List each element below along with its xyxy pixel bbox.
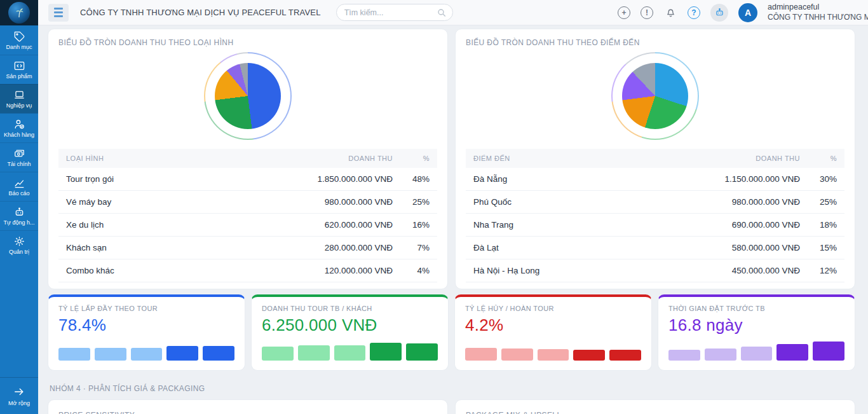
sidebar-item-quan-tri[interactable]: Quản trị [0,230,38,259]
table-cell: 30% [808,168,844,191]
sidebar-expand-button[interactable]: Mở rộng [0,377,38,414]
kpi-bar [538,349,569,361]
table-header-row: ĐIỂM ĐẾN DOANH THU % [466,149,844,168]
kpi-title: THỜI GIAN ĐẶT TRƯỚC TB [668,305,844,312]
kpi-card-avg-revenue-per-guest: DOANH THU TOUR TB / KHÁCH 6.250.000 VNĐ [251,294,449,371]
table-cell: 25% [808,191,844,214]
table-cell: Phú Quốc [466,191,628,214]
table-cell: 280.000.000 VNĐ [200,237,401,259]
table-row: Hà Nội - Hạ Long450.000.000 VNĐ12% [466,259,844,282]
sidebar-item-san-pham[interactable]: Sản phẩm [0,55,38,84]
column-header: DOANH THU [628,149,808,168]
table-cell: 450.000.000 VNĐ [628,259,808,282]
pie-card-revenue-by-type: BIỂU ĐỒ TRÒN DOANH THU THEO LOẠI HÌNH LO… [48,29,448,289]
code-icon [13,60,25,72]
user-name: adminpeaceful [768,3,868,13]
kpi-bar [668,350,700,361]
user-avatar[interactable]: A [738,3,757,22]
sidebar-label: Tài chính [7,161,31,167]
table-cell: 18% [808,214,844,237]
table-cell: 16% [400,214,437,237]
kpi-card-avg-lead-time: THỜI GIAN ĐẶT TRƯỚC TB 16.8 ngày [658,294,855,371]
exclamation-circle-icon[interactable]: ! [641,6,653,19]
plus-circle-icon[interactable]: + [618,6,630,19]
table-header-row: LOẠI HÌNH DOANH THU % [58,149,437,168]
table-row: Tour trọn gói1.850.000.000 VNĐ48% [58,168,437,191]
kpi-bar [465,348,497,361]
column-header: % [808,149,844,168]
kpi-bar [298,345,330,361]
table-row: Combo khác120.000.000 VNĐ4% [58,259,437,282]
kpi-bar [776,344,808,361]
kpi-bar [501,348,533,361]
kpi-bar [813,342,844,361]
bell-icon[interactable] [663,6,677,20]
table-cell: 690.000.000 VNĐ [628,214,808,237]
kpi-cards-row: TỶ LỆ LẤP ĐẦY THEO TOUR 78.4% DOANH THU … [38,289,868,371]
avatar-letter: A [745,8,751,18]
sidebar-item-tu-dong-hoa[interactable]: Tự động h... [0,201,38,230]
table-cell: 25% [400,191,437,214]
pie-inner [613,53,698,139]
sidebar-nav: Danh mục Sản phẩm Nghiệp vụ Khách hàng T… [0,25,38,414]
table-row: Nha Trang690.000.000 VNĐ18% [466,214,844,237]
assistant-robot-icon[interactable] [710,4,728,22]
customer-check-icon [13,118,25,130]
table-cell: Vé máy bay [58,191,200,214]
robot-icon [13,206,25,218]
column-header: % [400,149,437,168]
kpi-bar [334,345,366,361]
kpi-mini-bar-chart [668,340,844,361]
table-cell: Tour trọn gói [58,168,200,191]
menu-toggle-button[interactable] [48,4,69,22]
sidebar-label: Khách hàng [4,132,34,138]
kpi-mini-bar-chart [262,340,438,361]
pie-chart-revenue-by-type [215,63,281,129]
sidebar-item-danh-muc[interactable]: Danh mục [0,25,38,55]
kpi-bar [370,343,402,361]
table-cell: 7% [400,237,437,259]
table-cell: 1.850.000.000 VNĐ [200,168,401,191]
user-menu[interactable]: adminpeaceful CÔNG TY TNHH THƯƠNG MẠI [768,3,868,22]
kpi-title: DOANH THU TOUR TB / KHÁCH [262,305,438,312]
kpi-bar [95,348,126,361]
bottom-cards-row: PRICE SENSITIVITY PACKAGE MIX & UPSELL [38,393,868,414]
kpi-bar [609,350,641,361]
table-cell: 580.000.000 VNĐ [628,237,808,259]
line-chart-icon [13,177,25,189]
main-content: BIỂU ĐỒ TRÒN DOANH THU THEO LOẠI HÌNH LO… [38,25,868,414]
company-title: CÔNG TY TNHH THƯƠNG MẠI DỊCH VỤ PEACEFUL… [80,8,321,17]
search-input[interactable] [344,8,437,17]
kpi-bar [705,348,736,361]
column-header: ĐIỂM ĐẾN [466,149,628,168]
kpi-bar [203,346,234,361]
search-icon [437,8,447,18]
table-cell: 980.000.000 VNĐ [200,191,401,214]
kpi-bar [166,346,198,361]
kpi-value: 4.2% [465,315,641,335]
sidebar-item-bao-cao[interactable]: Báo cáo [0,172,38,201]
table-cell: 120.000.000 VNĐ [200,259,401,282]
kpi-value: 78.4% [58,315,234,335]
table-row: Khách sạn280.000.000 VNĐ7% [58,237,437,259]
revenue-by-destination-table: ĐIỂM ĐẾN DOANH THU % Đà Nẵng1.150.000.00… [466,149,844,282]
header-actions: + ! ? A adminpeaceful CÔNG TY TNHH THƯƠN… [618,3,868,22]
sidebar-item-nghiep-vu[interactable]: Nghiệp vụ [0,84,38,113]
table-cell: 4% [400,259,437,282]
pie-card-revenue-by-destination: BIỂU ĐỒ TRÒN DOANH THU THEO ĐIỂM ĐẾN ĐIỂ… [455,29,855,289]
section-header-group4: NHÓM 4 · PHÂN TÍCH GIÁ & PACKAGING [38,371,868,393]
card-title: BIỂU ĐỒ TRÒN DOANH THU THEO ĐIỂM ĐẾN [466,38,844,47]
sidebar-label: Sản phẩm [6,73,32,79]
table-cell: 12% [808,259,844,282]
sidebar-item-khach-hang[interactable]: Khách hàng [0,113,38,142]
kpi-bar [741,347,773,361]
kpi-card-cancel-rate: TỶ LỆ HỦY / HOÀN TOUR 4.2% [454,294,652,371]
question-circle-icon[interactable]: ? [688,6,700,19]
table-row: Đà Lạt580.000.000 VNĐ15% [466,237,844,259]
sidebar-item-tai-chinh[interactable]: Tài chính [0,142,38,172]
column-header: DOANH THU [200,149,401,168]
table-row: Xe du lịch620.000.000 VNĐ16% [58,214,437,237]
kpi-bar [406,343,438,361]
kpi-mini-bar-chart [58,340,234,361]
kpi-value: 16.8 ngày [668,315,844,335]
